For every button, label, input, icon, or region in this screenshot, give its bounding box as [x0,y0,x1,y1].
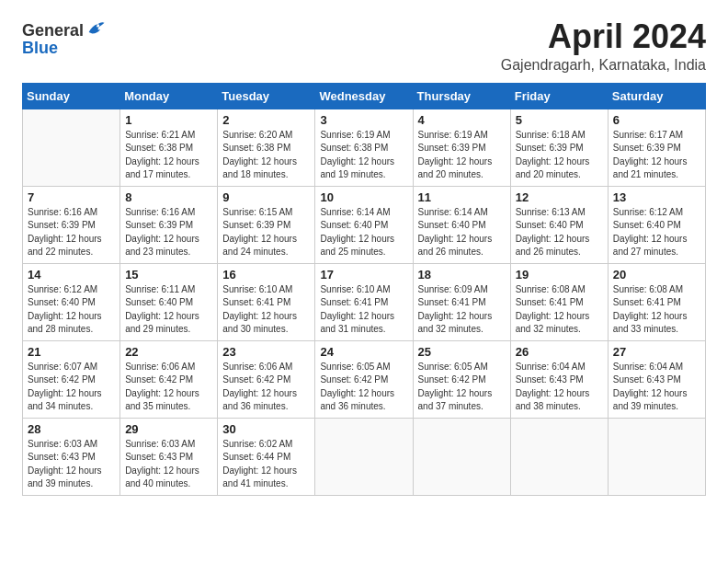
day-number: 29 [125,422,212,436]
calendar-week-5: 28Sunrise: 6:03 AM Sunset: 6:43 PM Dayli… [23,418,706,495]
day-info: Sunrise: 6:17 AM Sunset: 6:39 PM Dayligh… [613,129,700,182]
day-number: 22 [125,345,212,359]
day-number: 19 [516,268,603,282]
day-number: 5 [516,113,603,127]
day-info: Sunrise: 6:15 AM Sunset: 6:39 PM Dayligh… [222,206,310,259]
calendar-cell [23,109,120,186]
calendar-cell: 5Sunrise: 6:18 AM Sunset: 6:39 PM Daylig… [510,109,608,186]
calendar-cell: 9Sunrise: 6:15 AM Sunset: 6:39 PM Daylig… [218,186,315,263]
day-info: Sunrise: 6:03 AM Sunset: 6:43 PM Dayligh… [28,438,115,491]
calendar-cell: 29Sunrise: 6:03 AM Sunset: 6:43 PM Dayli… [120,418,218,495]
calendar-cell: 17Sunrise: 6:10 AM Sunset: 6:41 PM Dayli… [315,263,413,340]
day-number: 24 [320,345,407,359]
calendar-week-2: 7Sunrise: 6:16 AM Sunset: 6:39 PM Daylig… [23,186,706,263]
day-info: Sunrise: 6:02 AM Sunset: 6:44 PM Dayligh… [222,438,310,491]
calendar-week-3: 14Sunrise: 6:12 AM Sunset: 6:40 PM Dayli… [23,263,706,340]
calendar-cell: 30Sunrise: 6:02 AM Sunset: 6:44 PM Dayli… [218,418,315,495]
day-number: 28 [28,422,115,436]
calendar-cell [510,418,608,495]
day-info: Sunrise: 6:11 AM Sunset: 6:40 PM Dayligh… [125,283,212,337]
day-number: 16 [222,268,310,282]
calendar-cell: 19Sunrise: 6:08 AM Sunset: 6:41 PM Dayli… [510,263,608,340]
weekday-header-monday: Monday [120,83,218,109]
calendar-cell: 18Sunrise: 6:09 AM Sunset: 6:41 PM Dayli… [413,263,510,340]
day-number: 7 [28,190,115,204]
day-number: 21 [28,345,115,359]
day-info: Sunrise: 6:14 AM Sunset: 6:40 PM Dayligh… [418,206,506,259]
day-number: 9 [222,190,310,204]
weekday-header-wednesday: Wednesday [315,83,413,109]
calendar-cell [413,418,510,495]
logo: General Blue [22,18,106,58]
day-number: 8 [125,190,212,204]
day-info: Sunrise: 6:06 AM Sunset: 6:42 PM Dayligh… [125,361,212,414]
day-number: 23 [222,345,310,359]
calendar-table: SundayMondayTuesdayWednesdayThursdayFrid… [22,83,706,496]
calendar-cell: 24Sunrise: 6:05 AM Sunset: 6:42 PM Dayli… [315,340,413,418]
day-number: 25 [418,345,506,359]
weekday-header-friday: Friday [510,83,608,109]
day-number: 13 [613,190,700,204]
day-info: Sunrise: 6:03 AM Sunset: 6:43 PM Dayligh… [125,438,212,491]
day-number: 18 [418,268,506,282]
day-info: Sunrise: 6:10 AM Sunset: 6:41 PM Dayligh… [222,283,310,337]
weekday-header-row: SundayMondayTuesdayWednesdayThursdayFrid… [23,83,706,109]
calendar-cell: 8Sunrise: 6:16 AM Sunset: 6:39 PM Daylig… [120,186,218,263]
day-number: 1 [125,113,212,127]
calendar-cell: 25Sunrise: 6:05 AM Sunset: 6:42 PM Dayli… [413,340,510,418]
day-info: Sunrise: 6:16 AM Sunset: 6:39 PM Dayligh… [125,206,212,259]
weekday-header-tuesday: Tuesday [218,83,315,109]
calendar-cell: 11Sunrise: 6:14 AM Sunset: 6:40 PM Dayli… [413,186,510,263]
header: General Blue April 2024 Gajendragarh, Ka… [22,18,706,74]
calendar-cell: 7Sunrise: 6:16 AM Sunset: 6:39 PM Daylig… [23,186,120,263]
day-number: 12 [516,190,603,204]
calendar-cell: 22Sunrise: 6:06 AM Sunset: 6:42 PM Dayli… [120,340,218,418]
day-info: Sunrise: 6:10 AM Sunset: 6:41 PM Dayligh… [320,283,407,337]
calendar-cell: 16Sunrise: 6:10 AM Sunset: 6:41 PM Dayli… [218,263,315,340]
day-info: Sunrise: 6:09 AM Sunset: 6:41 PM Dayligh… [418,283,506,337]
location-subtitle: Gajendragarh, Karnataka, India [501,57,706,74]
day-info: Sunrise: 6:18 AM Sunset: 6:39 PM Dayligh… [516,129,603,182]
day-number: 17 [320,268,407,282]
day-info: Sunrise: 6:12 AM Sunset: 6:40 PM Dayligh… [28,283,115,337]
calendar-cell: 27Sunrise: 6:04 AM Sunset: 6:43 PM Dayli… [608,340,705,418]
day-info: Sunrise: 6:06 AM Sunset: 6:42 PM Dayligh… [222,361,310,414]
calendar-cell: 2Sunrise: 6:20 AM Sunset: 6:38 PM Daylig… [218,109,315,186]
day-info: Sunrise: 6:08 AM Sunset: 6:41 PM Dayligh… [516,283,603,337]
calendar-cell: 26Sunrise: 6:04 AM Sunset: 6:43 PM Dayli… [510,340,608,418]
calendar-cell [608,418,705,495]
title-area: April 2024 Gajendragarh, Karnataka, Indi… [501,18,706,74]
day-info: Sunrise: 6:07 AM Sunset: 6:42 PM Dayligh… [28,361,115,414]
day-info: Sunrise: 6:08 AM Sunset: 6:41 PM Dayligh… [613,283,700,337]
logo-blue-text: Blue [22,39,58,58]
calendar-cell: 23Sunrise: 6:06 AM Sunset: 6:42 PM Dayli… [218,340,315,418]
day-number: 6 [613,113,700,127]
month-title: April 2024 [501,18,706,55]
weekday-header-thursday: Thursday [413,83,510,109]
calendar-week-4: 21Sunrise: 6:07 AM Sunset: 6:42 PM Dayli… [23,340,706,418]
calendar-cell: 10Sunrise: 6:14 AM Sunset: 6:40 PM Dayli… [315,186,413,263]
calendar-cell: 15Sunrise: 6:11 AM Sunset: 6:40 PM Dayli… [120,263,218,340]
day-number: 20 [613,268,700,282]
day-info: Sunrise: 6:04 AM Sunset: 6:43 PM Dayligh… [613,361,700,414]
calendar-cell: 13Sunrise: 6:12 AM Sunset: 6:40 PM Dayli… [608,186,705,263]
day-info: Sunrise: 6:05 AM Sunset: 6:42 PM Dayligh… [418,361,506,414]
calendar-cell: 12Sunrise: 6:13 AM Sunset: 6:40 PM Dayli… [510,186,608,263]
day-info: Sunrise: 6:19 AM Sunset: 6:39 PM Dayligh… [418,129,506,182]
day-number: 30 [222,422,310,436]
day-info: Sunrise: 6:16 AM Sunset: 6:39 PM Dayligh… [28,206,115,259]
day-info: Sunrise: 6:04 AM Sunset: 6:43 PM Dayligh… [516,361,603,414]
calendar-cell: 4Sunrise: 6:19 AM Sunset: 6:39 PM Daylig… [413,109,510,186]
logo-general-text: General [22,21,84,40]
calendar-cell: 20Sunrise: 6:08 AM Sunset: 6:41 PM Dayli… [608,263,705,340]
day-number: 27 [613,345,700,359]
day-info: Sunrise: 6:05 AM Sunset: 6:42 PM Dayligh… [320,361,407,414]
calendar-cell: 6Sunrise: 6:17 AM Sunset: 6:39 PM Daylig… [608,109,705,186]
calendar-cell: 21Sunrise: 6:07 AM Sunset: 6:42 PM Dayli… [23,340,120,418]
day-info: Sunrise: 6:13 AM Sunset: 6:40 PM Dayligh… [516,206,603,259]
day-number: 11 [418,190,506,204]
weekday-header-sunday: Sunday [23,83,120,109]
calendar-cell: 14Sunrise: 6:12 AM Sunset: 6:40 PM Dayli… [23,263,120,340]
weekday-header-saturday: Saturday [608,83,705,109]
day-number: 15 [125,268,212,282]
